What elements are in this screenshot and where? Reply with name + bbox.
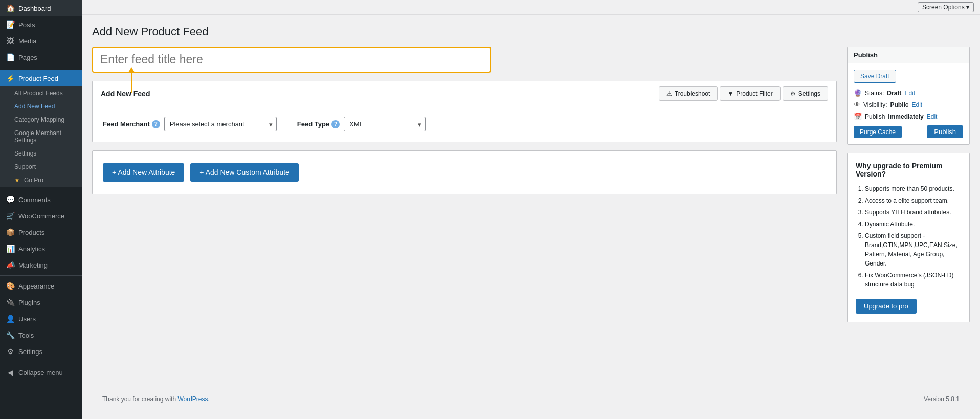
appearance-icon: 🎨 [6, 282, 14, 290]
sidebar-item-support[interactable]: Support [0, 160, 82, 173]
sidebar-item-plugins[interactable]: 🔌 Plugins [0, 294, 82, 311]
plugins-icon: 🔌 [6, 298, 14, 306]
publish-time-edit-link[interactable]: Edit [927, 113, 938, 120]
sidebar-item-marketing[interactable]: 📣 Marketing [0, 257, 82, 273]
sidebar-label-comments: Comments [18, 196, 51, 204]
panel-header: Add New Feed ⚠ Troubleshoot [93, 81, 836, 106]
divider2 [0, 189, 82, 189]
sidebar-item-all-product-feeds[interactable]: All Product Feeds [0, 86, 82, 100]
publish-panel-title: Publish [854, 51, 878, 59]
feed-title-input[interactable] [92, 47, 491, 73]
save-draft-button[interactable]: Save Draft [854, 70, 896, 83]
publish-top-row: Save Draft [854, 70, 963, 83]
premium-item-6: Fix WooCommerce's (JSON-LD) structure da… [865, 271, 961, 289]
sidebar-item-comments[interactable]: 💬 Comments [0, 191, 82, 208]
tab-troubleshoot[interactable]: ⚠ Troubleshoot [659, 86, 718, 101]
divider3 [0, 275, 82, 276]
sidebar-item-tools[interactable]: 🔧 Tools [0, 327, 82, 343]
pages-icon: 📄 [6, 53, 14, 61]
publish-panel: Publish Save Draft 🔮 Status: Draft Edit [847, 47, 970, 145]
sidebar-item-settings-pf[interactable]: Settings [0, 147, 82, 160]
arrow-annotation [128, 67, 135, 93]
feed-merchant-select[interactable]: Please select a merchant [164, 117, 277, 131]
visibility-label: Visibility: [863, 101, 887, 108]
publish-time: immediately [888, 113, 923, 120]
sidebar-item-settings[interactable]: ⚙ Settings [0, 343, 82, 360]
sidebar-item-woocommerce[interactable]: 🛒 WooCommerce [0, 208, 82, 224]
sidebar-label-pages: Pages [18, 54, 37, 61]
add-new-feed-panel: Add New Feed ⚠ Troubleshoot [92, 81, 837, 142]
calendar-icon: 📅 [854, 113, 862, 120]
sidebar-label-dashboard: Dashboard [18, 5, 51, 12]
publish-label: Publish [865, 113, 885, 120]
attributes-area: + Add New Attribute + Add New Custom Att… [92, 150, 837, 194]
screen-options-button[interactable]: Screen Options ▾ [918, 2, 974, 12]
filter-icon: ▼ [727, 90, 733, 97]
tab-product-filter[interactable]: ▼ Product Filter [720, 86, 780, 101]
marketing-icon: 📣 [6, 261, 14, 269]
feed-merchant-help-icon[interactable]: ? [152, 120, 160, 128]
sidebar-item-appearance[interactable]: 🎨 Appearance [0, 278, 82, 294]
publish-button[interactable]: Publish [927, 125, 963, 138]
status-icon: 🔮 [854, 89, 862, 97]
premium-list: Supports more than 50 products. Access t… [856, 184, 961, 289]
sidebar-item-pages[interactable]: 📄 Pages [0, 49, 82, 65]
status-edit-link[interactable]: Edit [904, 90, 915, 97]
content-area: Add New Product Feed Add New Feed [82, 15, 980, 419]
sidebar-item-add-new-feed[interactable]: Add New Feed [0, 100, 82, 113]
sidebar-label-woocommerce: WooCommerce [18, 212, 64, 220]
sidebar-item-dashboard[interactable]: 🏠 Dashboard [0, 0, 82, 16]
tab-settings[interactable]: ⚙ Settings [783, 86, 828, 101]
upgrade-to-pro-button[interactable]: Upgrade to pro [856, 299, 917, 314]
tab-troubleshoot-label: Troubleshoot [675, 90, 710, 97]
sidebar-item-analytics[interactable]: 📊 Analytics [0, 240, 82, 257]
sidebar-item-category-mapping[interactable]: Category Mapping [0, 113, 82, 126]
sidebar-item-users[interactable]: 👤 Users [0, 311, 82, 327]
sidebar-label-collapse: Collapse menu [18, 369, 63, 377]
premium-title: Why upgrade to Premium Version? [856, 162, 961, 178]
panel-body: Feed Merchant ? Please select a merchant [93, 106, 836, 142]
feed-type-help-icon[interactable]: ? [331, 120, 340, 128]
add-new-custom-attribute-button[interactable]: + Add New Custom Attribute [190, 163, 298, 182]
category-mapping-label: Category Mapping [14, 116, 64, 123]
visibility-row: 👁 Visibility: Public Edit [854, 101, 963, 108]
sidebar-item-product-feed[interactable]: ⚡ Product Feed [0, 70, 82, 86]
status-value: Draft [887, 90, 901, 97]
users-icon: 👤 [6, 315, 14, 323]
sidebar-label-analytics: Analytics [18, 245, 45, 253]
collapse-icon: ◀ [6, 368, 14, 377]
add-new-attribute-button[interactable]: + Add New Attribute [103, 163, 184, 182]
content-main: Add New Feed ⚠ Troubleshoot [92, 47, 837, 389]
footer-thank-you: Thank you for creating with [102, 395, 177, 403]
status-row: 🔮 Status: Draft Edit [854, 89, 963, 97]
main-content: Screen Options ▾ Add New Product Feed Ad… [82, 0, 980, 419]
publish-panel-body: Save Draft 🔮 Status: Draft Edit 👁 Visibi… [848, 63, 969, 144]
feed-type-select[interactable]: XML CSV TSV XLS [344, 117, 426, 131]
purge-cache-button[interactable]: Purge Cache [854, 126, 902, 138]
wordpress-link[interactable]: WordPress [177, 395, 208, 403]
visibility-value: Public [890, 101, 908, 108]
feed-title-wrapper [92, 47, 837, 81]
visibility-edit-link[interactable]: Edit [911, 101, 922, 108]
sidebar-submenu-product-feed: All Product Feeds Add New Feed Category … [0, 86, 82, 187]
all-product-feeds-label: All Product Feeds [14, 90, 63, 97]
product-feed-icon: ⚡ [6, 74, 14, 82]
tab-settings-icon: ⚙ [790, 90, 796, 97]
premium-item-2: Access to a elite support team. [865, 196, 961, 205]
sidebar-label-product-feed: Product Feed [18, 75, 58, 82]
sidebar-item-products[interactable]: 📦 Products [0, 224, 82, 240]
sidebar-item-google-merchant[interactable]: Google Merchant Settings [0, 126, 82, 147]
footer-credit: Thank you for creating with WordPress. [102, 395, 210, 403]
merchant-row: Feed Merchant ? Please select a merchant [103, 117, 826, 131]
woocommerce-icon: 🛒 [6, 212, 14, 220]
divider [0, 68, 82, 68]
analytics-icon: 📊 [6, 245, 14, 253]
sidebar-item-media[interactable]: 🖼 Media [0, 33, 82, 49]
tab-product-filter-label: Product Filter [736, 90, 772, 97]
content-sidebar: Publish Save Draft 🔮 Status: Draft Edit [847, 47, 970, 389]
sidebar-item-collapse[interactable]: ◀ Collapse menu [0, 364, 82, 381]
sidebar-item-posts[interactable]: 📝 Posts [0, 16, 82, 33]
sidebar-item-go-pro[interactable]: ★ Go Pro [0, 173, 82, 187]
settings-pf-label: Settings [14, 150, 36, 157]
sidebar-label-products: Products [18, 229, 44, 236]
